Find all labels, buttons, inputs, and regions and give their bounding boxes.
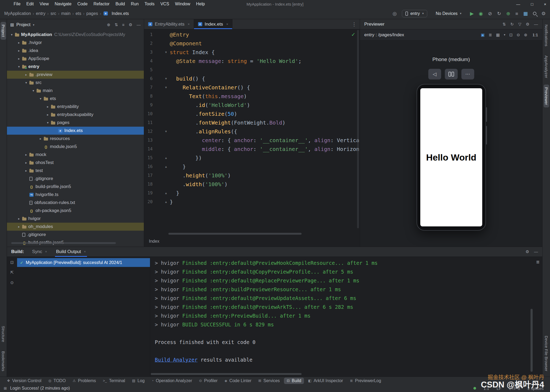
export-icon[interactable]: ⇱ [10,270,14,275]
hide-panel-icon[interactable]: — [534,249,538,254]
tool-window-button-terminal[interactable]: >_Terminal [100,378,128,384]
hide-panel-icon[interactable]: — [137,22,141,27]
code-text[interactable]: .fontSize(50) [170,111,237,117]
chevron-down-icon[interactable]: ▾ [9,33,14,37]
fold-icon[interactable]: ▴ [163,191,169,195]
tree-item-appscope[interactable]: ▸AppScope [7,55,144,63]
preview-more-button[interactable]: ⋯ [461,69,474,79]
close-button[interactable]: × [544,2,546,6]
tool-window-button-problems[interactable]: ⚠Problems [70,378,98,384]
inspection-ok-icon[interactable]: ✓ [351,31,355,38]
menu-help[interactable]: Help [193,2,208,6]
tool-window-button-operation-analyzer[interactable]: ◔Operation Analyzer [149,378,195,384]
console-horizontal-scrollbar[interactable] [151,373,302,375]
close-icon[interactable]: × [226,22,228,26]
code-text[interactable]: } [170,199,173,205]
status-message[interactable]: Login Success! (2 minutes ago) [10,386,70,391]
zoom-out-icon[interactable]: ⊖ [517,33,520,37]
locate-file-icon[interactable]: ⊕ [107,22,110,27]
code-text[interactable]: .width('100%') [170,181,228,187]
tree-item-index-ets[interactable]: Index.ets [7,127,144,135]
editor-horizontal-scrollbar[interactable] [168,233,302,235]
coverage-button[interactable]: ⊘ [488,11,492,16]
tool-button-structure[interactable]: Structure [1,323,6,345]
tree-item-oh-package-json5[interactable]: oh-package.json5 [7,207,144,215]
tree-item-gitignore[interactable]: .gitignore [7,231,144,239]
code-text[interactable]: .fontWeight(FontWeight.Bold) [170,119,286,126]
chevron-right-icon[interactable]: ▸ [23,153,29,157]
chevron-right-icon[interactable]: ▸ [45,105,50,109]
settings-icon[interactable]: ⚙ [526,249,529,254]
fold-icon[interactable]: ▾ [163,50,169,54]
tool-button-bookmarks[interactable]: Bookmarks [1,349,6,374]
run-button[interactable]: ▶ [470,11,474,16]
chevron-down-icon[interactable]: ▾ [45,121,50,125]
tree-item-entryability[interactable]: ▸entryability [7,103,144,111]
code-text[interactable]: .height('100%') [170,172,231,179]
expand-all-icon[interactable]: ≡ [122,22,125,27]
status-item-utf-8[interactable]: UTF-8 [509,386,520,391]
build-result-row[interactable]: ✓ MyApplication [PreviewBuild]: successf… [17,258,150,267]
tree-item-preview[interactable]: ▸.preview [7,71,144,79]
breadcrumb-item-pages[interactable]: pages [86,11,98,16]
status-item-1-1[interactable]: 1:1 [484,386,489,391]
status-item-2-spaces[interactable]: 2 spaces [528,386,544,391]
device-select[interactable]: No Devices ▾ [432,10,465,17]
search-button[interactable] [533,11,536,16]
chevron-down-icon[interactable]: ▾ [23,81,29,85]
stop-button[interactable]: ■ [515,11,518,16]
menu-view[interactable]: View [37,2,52,6]
chevron-right-icon[interactable]: ▸ [45,113,50,117]
chevron-right-icon[interactable]: ▸ [16,57,22,61]
tree-item-hvigorfile-ts[interactable]: hvigorfile.ts [7,191,144,199]
menu-build[interactable]: Build [113,2,128,6]
editor-vertical-scrollbar[interactable] [357,30,359,228]
code-text[interactable]: Text(this.message) [170,93,247,99]
rerun-button[interactable]: ↻ [497,11,501,16]
menu-navigate[interactable]: Navigate [52,2,74,6]
inspect-icon[interactable]: ▣ [481,33,485,37]
tree-item-module-json5[interactable]: module.json5 [7,143,144,151]
breadcrumb-item-ets[interactable]: ets [76,11,81,16]
tree-item-test[interactable]: ▸test [7,167,144,175]
chevron-down-icon[interactable]: ▾ [33,23,34,27]
chevron-right-icon[interactable]: ▸ [16,217,22,221]
fold-icon[interactable]: ▴ [163,200,169,204]
code-text[interactable]: middle: { anchor: '__container__', align… [170,146,359,152]
close-icon[interactable]: × [45,250,47,254]
code-text[interactable]: @Entry [170,31,189,38]
tool-button-appanalyzer[interactable]: AppAnalyzer [544,53,549,81]
refresh-icon[interactable]: ↻ [510,22,514,27]
editor-tab-index-ets[interactable]: Index.ets× [194,19,233,29]
phone-screen[interactable]: Hello World [420,88,482,226]
minimize-button[interactable]: — [516,2,520,6]
tree-item-gitignore[interactable]: .gitignore [7,175,144,183]
tree-item-pages[interactable]: ▾pages [7,119,144,127]
build-tab-build-output[interactable]: Build Output× [55,247,87,257]
tree-item-idea[interactable]: ▸.idea [7,47,144,55]
filter-icon[interactable]: ▽ [518,22,521,27]
tool-window-button-build[interactable]: ⊡Build [284,378,304,384]
tree-item-oh-modules[interactable]: ▸oh_modules [7,223,144,231]
tree-item-entrybackupability[interactable]: ▸entrybackupability [7,111,144,119]
chevron-right-icon[interactable]: ▸ [38,137,43,141]
project-panel-title[interactable]: Project [16,22,30,27]
settings-button[interactable]: ⚙ [541,11,546,16]
preview-back-button[interactable]: ◁ [428,69,441,79]
fold-icon[interactable]: ▾ [163,85,169,89]
menu-tools[interactable]: Tools [142,2,157,6]
tool-window-button-version-control[interactable]: ❖Version Control [4,378,44,384]
preview-multi-window-button[interactable] [445,69,458,79]
filter-icon[interactable]: ⊡ [10,260,14,265]
target-icon[interactable]: ◎ [393,11,397,16]
tree-item-ohostest[interactable]: ▸ohosTest [7,159,144,167]
menu-refactor[interactable]: Refactor [90,2,112,6]
menu-vcs[interactable]: VCS [157,2,172,6]
code-text[interactable]: }) [170,155,202,161]
console-vertical-scrollbar[interactable] [531,309,533,372]
chevron-down-icon[interactable]: ▾ [504,33,505,37]
tool-window-button-services[interactable]: ⊞Services [256,378,282,384]
fold-icon[interactable]: ▴ [163,156,169,160]
tool-button-notifications[interactable]: Notifications [544,22,549,49]
tree-item-myapplication[interactable]: ▾MyApplicationC:\Users\Z\DevEcoStudioPro… [7,31,144,39]
